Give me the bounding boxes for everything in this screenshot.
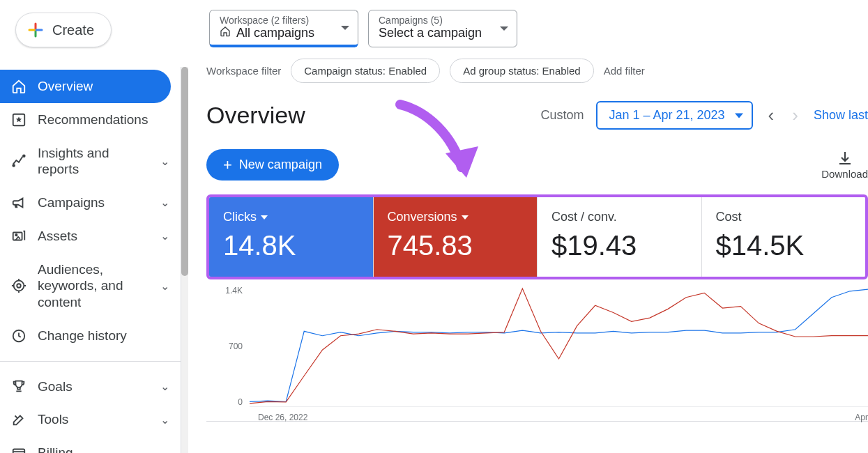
sidebar-item-label: Goals [38, 378, 149, 395]
divider [0, 361, 181, 362]
megaphone-icon [11, 195, 26, 210]
workspace-selector-top: Workspace (2 filters) [220, 15, 333, 26]
workspace-selector[interactable]: Workspace (2 filters) All campaigns [209, 10, 358, 47]
sidebar-item-label: Audiences, keywords, and content [38, 261, 149, 311]
date-range-picker[interactable]: Jan 1 – Apr 21, 2023 [596, 101, 752, 130]
plus-icon [27, 22, 44, 38]
download-button[interactable]: Download [821, 150, 868, 180]
scorecard-value: $19.43 [551, 230, 687, 261]
sidebar: Overview Recommendations Insights and re… [0, 67, 181, 453]
filter-chip-campaign-status[interactable]: Campaign status: Enabled [291, 59, 440, 83]
workspace-filter-label: Workspace filter [206, 65, 281, 77]
sidebar-item-label: Overview [38, 78, 160, 95]
chart-y-tick: 700 [229, 341, 243, 351]
filter-row: Workspace filter Campaign status: Enable… [206, 59, 868, 83]
svg-rect-3 [13, 232, 22, 240]
workspace-selector-value: All campaigns [236, 26, 314, 40]
scorecard-cost[interactable]: Cost $14.5K [702, 197, 866, 277]
chart-y-tick: 0 [238, 397, 243, 407]
chevron-down-icon: ⌄ [160, 229, 169, 243]
add-filter-button[interactable]: Add filter [604, 65, 645, 77]
chevron-down-icon: ⌄ [160, 446, 169, 453]
scorecard-value: 14.8K [223, 230, 359, 261]
target-icon [11, 278, 26, 293]
scrollbar-thumb[interactable] [181, 67, 188, 276]
scorecard-value: 745.83 [388, 230, 524, 261]
chart-y-tick: 1.4K [225, 286, 243, 295]
chevron-down-icon [261, 215, 268, 220]
chart-x-tick: Apr [855, 413, 868, 422]
scorecard-cost-per-conv[interactable]: Cost / conv. $19.43 [538, 197, 702, 277]
tools-icon [11, 412, 26, 427]
assets-icon [11, 229, 26, 244]
sidebar-item-assets[interactable]: Assets ⌄ [0, 220, 181, 253]
sidebar-item-label: Recommendations [38, 112, 169, 128]
svg-point-5 [17, 284, 21, 288]
campaign-selector[interactable]: Campaigns (5) Select a campaign [368, 10, 517, 47]
date-next-button[interactable]: › [789, 105, 801, 126]
new-campaign-button[interactable]: + New campaign [206, 149, 339, 181]
sidebar-item-tools[interactable]: Tools ⌄ [0, 403, 181, 436]
campaign-selector-top: Campaigns (5) [379, 15, 492, 26]
sidebar-item-recommendations[interactable]: Recommendations [0, 103, 181, 137]
scorecard-value: $14.5K [716, 230, 852, 261]
chevron-down-icon: ⌄ [160, 279, 169, 293]
sidebar-item-billing[interactable]: Billing ⌄ [0, 436, 181, 453]
filter-chip-adgroup-status[interactable]: Ad group status: Enabled [450, 59, 593, 83]
sidebar-item-insights[interactable]: Insights and reports ⌄ [0, 137, 181, 187]
scorecard-conversions[interactable]: Conversions 745.83 [374, 197, 538, 277]
chart-x-tick: Dec 26, 2022 [258, 413, 307, 422]
campaign-selector-value: Select a campaign [379, 26, 482, 40]
chevron-down-icon: ⌄ [160, 380, 169, 393]
card-icon [11, 445, 26, 453]
download-icon [837, 150, 853, 167]
sidebar-item-change-history[interactable]: Change history [0, 319, 181, 353]
chevron-down-icon [735, 113, 743, 118]
chevron-down-icon: ⌄ [160, 196, 169, 209]
date-custom-label: Custom [540, 108, 584, 123]
scorecards: Clicks 14.8K Conversions 745.83 Cost / c… [206, 194, 868, 279]
insights-icon [11, 153, 26, 169]
star-icon [11, 112, 26, 128]
chevron-down-icon: ⌄ [160, 413, 169, 427]
sidebar-item-label: Assets [38, 228, 149, 245]
sidebar-item-label: Campaigns [38, 194, 149, 211]
sidebar-item-goals[interactable]: Goals ⌄ [0, 370, 181, 404]
trophy-icon [11, 378, 26, 394]
chart-canvas [250, 282, 868, 407]
new-campaign-label: New campaign [239, 158, 322, 172]
scorecard-clicks[interactable]: Clicks 14.8K [209, 197, 374, 277]
sidebar-item-label: Change history [38, 328, 169, 344]
page-title: Overview [206, 102, 305, 129]
svg-point-1 [23, 155, 25, 158]
chevron-down-icon [462, 215, 469, 220]
chevron-down-icon [341, 26, 349, 30]
scorecard-label: Conversions [388, 210, 457, 224]
sidebar-item-audiences[interactable]: Audiences, keywords, and content ⌄ [0, 253, 181, 319]
sidebar-item-label: Tools [38, 411, 149, 428]
sidebar-item-label: Insights and reports [38, 145, 149, 178]
svg-point-6 [14, 281, 24, 291]
date-prev-button[interactable]: ‹ [766, 105, 777, 126]
sidebar-item-campaigns[interactable]: Campaigns ⌄ [0, 186, 181, 220]
trend-chart: 1.4K 700 0 Dec 26, 2022 Apr [206, 282, 868, 422]
download-label: Download [821, 168, 868, 180]
show-last-link[interactable]: Show last [814, 108, 868, 123]
scorecard-label: Cost / conv. [551, 210, 617, 224]
create-label: Create [52, 22, 94, 38]
create-button[interactable]: Create [15, 13, 112, 47]
scorecard-label: Clicks [223, 210, 257, 224]
scorecard-label: Cost [716, 210, 742, 224]
sidebar-item-label: Billing [38, 445, 149, 453]
sidebar-item-overview[interactable]: Overview [0, 70, 171, 103]
home-icon [11, 79, 26, 94]
date-range-value: Jan 1 – Apr 21, 2023 [609, 108, 724, 122]
svg-point-2 [13, 164, 15, 167]
svg-point-4 [15, 234, 17, 236]
history-icon [11, 328, 26, 344]
home-icon [220, 26, 231, 40]
chevron-down-icon: ⌄ [160, 155, 169, 168]
chevron-down-icon [500, 26, 508, 31]
